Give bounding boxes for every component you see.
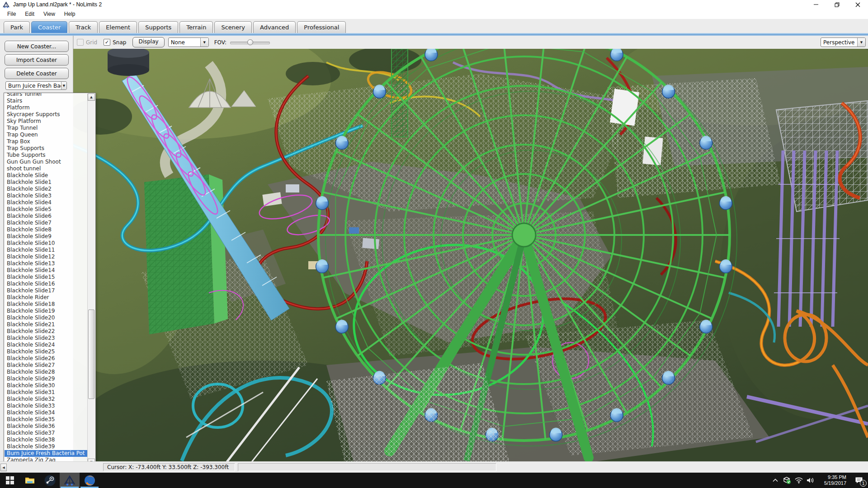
list-item[interactable]: Gun Gun Gun Shoot [5, 159, 87, 165]
list-item[interactable]: Trap Supports [5, 145, 87, 152]
scroll-up-button[interactable]: ▲ [88, 94, 95, 101]
tray-sync-icon[interactable] [781, 473, 793, 488]
list-item[interactable]: Stairs Tunnel [5, 93, 87, 98]
firefox-button[interactable] [80, 473, 99, 488]
tab-coaster[interactable]: Coaster [31, 21, 67, 33]
list-item[interactable]: Blackhole Slide13 [5, 260, 87, 267]
list-item[interactable]: Trap Queen [5, 131, 87, 138]
list-item[interactable]: Blackhole Slide35 [5, 416, 87, 423]
list-item[interactable]: Blackhole Slide11 [5, 247, 87, 253]
list-item[interactable]: Blackhole Slide29 [5, 375, 87, 382]
nolimits2-taskbar-button[interactable] [60, 473, 80, 488]
list-item[interactable]: Blackhole Slide5 [5, 206, 87, 213]
start-button[interactable] [0, 473, 20, 488]
list-item[interactable]: Burn Juice Fresh Bacteria Pot [5, 450, 87, 457]
list-item[interactable]: Blackhole Slide7 [5, 220, 87, 226]
tab-scenery[interactable]: Scenery [214, 21, 252, 33]
snap-checkbox[interactable]: ✓ [104, 39, 110, 46]
list-item[interactable]: Blackhole Slide21 [5, 321, 87, 328]
tab-supports[interactable]: Supports [138, 21, 178, 33]
list-item[interactable]: Blackhole Slide17 [5, 287, 87, 294]
menu-edit[interactable]: Edit [20, 10, 39, 18]
list-item[interactable]: Blackhole Slide10 [5, 240, 87, 247]
grid-checkbox[interactable] [77, 39, 84, 46]
list-item[interactable]: Blackhole Slide27 [5, 362, 87, 369]
wifi-icon[interactable] [793, 473, 805, 488]
tab-terrain[interactable]: Terrain [179, 21, 213, 33]
scrollbar-thumb[interactable] [88, 310, 94, 399]
list-item[interactable]: Blackhole Slide6 [5, 213, 87, 220]
display-mode-select[interactable]: None ▼ [168, 38, 209, 47]
list-item[interactable]: Blackhole Slide36 [5, 423, 87, 430]
list-item[interactable]: shoot tunnel [5, 165, 87, 172]
list-item[interactable]: Blackhole Slide31 [5, 389, 87, 396]
list-item[interactable]: Trap Box [5, 138, 87, 145]
steam-button[interactable] [40, 473, 60, 488]
list-item[interactable]: Blackhole Slide22 [5, 328, 87, 335]
list-item[interactable]: Blackhole Slide39 [5, 443, 87, 450]
tab-strip: ParkCoasterTrackElementSupportsTerrainSc… [0, 19, 868, 33]
list-item[interactable]: Blackhole Slide28 [5, 369, 87, 375]
list-item[interactable]: Blackhole Slide [5, 172, 87, 179]
file-explorer-button[interactable] [20, 473, 40, 488]
menu-help[interactable]: Help [60, 10, 80, 18]
list-item[interactable]: Skycraper Supports [5, 111, 87, 118]
list-item[interactable]: Blackhole Slide38 [5, 436, 87, 443]
action-center-button[interactable]: 1 [850, 473, 868, 488]
list-item[interactable]: Trap Tunnel [5, 125, 87, 131]
list-item[interactable]: Blackhole Slide23 [5, 335, 87, 342]
fov-slider-thumb[interactable] [247, 39, 253, 45]
restore-button[interactable] [826, 0, 847, 9]
taskbar-clock[interactable]: 9:35 PM 5/19/2017 [818, 474, 846, 486]
title-bar[interactable]: Jamp Up Land.nl2park * - NoLimits 2 [0, 0, 868, 9]
tab-track[interactable]: Track [69, 21, 98, 33]
list-item[interactable]: Blackhole Slide34 [5, 409, 87, 416]
minimize-button[interactable] [806, 0, 826, 9]
list-item[interactable]: Blackhole Slide1 [5, 179, 87, 186]
list-item[interactable]: Blackhole Slide33 [5, 403, 87, 409]
tab-park[interactable]: Park [4, 21, 30, 33]
list-item[interactable]: Stairs [5, 98, 87, 104]
list-item[interactable]: Blackhole Slide4 [5, 199, 87, 206]
tab-element[interactable]: Element [99, 21, 137, 33]
list-item[interactable]: Blackhole Slide18 [5, 301, 87, 308]
list-item[interactable]: Blackhole Slide32 [5, 396, 87, 403]
delete-coaster-button[interactable]: Delete Coaster [5, 68, 69, 79]
list-item[interactable]: Blackhole Slide19 [5, 308, 87, 314]
list-item[interactable]: Blackhole Slide37 [5, 430, 87, 436]
tab-professional[interactable]: Professional [297, 21, 346, 33]
tray-chevron-icon[interactable] [769, 473, 781, 488]
display-button[interactable]: Display [132, 37, 164, 47]
new-coaster-button[interactable]: New Coaster... [5, 41, 69, 52]
list-item[interactable]: Sky Platform [5, 118, 87, 125]
list-item[interactable]: Blackhole Slide9 [5, 233, 87, 240]
list-item[interactable]: Blackhole Slide8 [5, 226, 87, 233]
list-item[interactable]: Tube Supports [5, 152, 87, 159]
volume-icon[interactable] [805, 473, 816, 488]
list-item[interactable]: Blackhole Slide20 [5, 314, 87, 321]
list-item[interactable]: Blackhole Slide12 [5, 253, 87, 260]
list-item[interactable]: Blackhole Slide16 [5, 281, 87, 287]
list-item[interactable]: Blackhole Slide30 [5, 382, 87, 389]
list-item[interactable]: Blackhole Slide2 [5, 186, 87, 192]
list-item[interactable]: Platform [5, 104, 87, 111]
menu-view[interactable]: View [39, 10, 60, 18]
fov-slider[interactable] [230, 39, 270, 45]
coaster-select[interactable]: Burn Juice Fresh Bacteria Pot ▼ [5, 81, 67, 90]
list-item[interactable]: Blackhole Rider [5, 294, 87, 301]
coaster-list-scrollbar[interactable]: ▲ ▼ [87, 94, 95, 466]
list-item[interactable]: Blackhole Slide24 [5, 342, 87, 348]
viewport-3d[interactable] [73, 49, 868, 462]
list-item[interactable]: Blackhole Slide3 [5, 192, 87, 199]
projection-select[interactable]: Perspective ▼ [821, 38, 866, 47]
tab-advanced[interactable]: Advanced [253, 21, 296, 33]
list-item[interactable]: Blackhole Slide26 [5, 355, 87, 362]
sidebar-scroll-left-button[interactable]: ◀ [0, 464, 7, 471]
list-item[interactable]: Blackhole Slide25 [5, 348, 87, 355]
list-item[interactable]: Blackhole Slide15 [5, 274, 87, 281]
menu-file[interactable]: File [3, 10, 20, 18]
list-item[interactable]: Blackhole Slide14 [5, 267, 87, 274]
import-coaster-button[interactable]: Import Coaster [5, 54, 69, 66]
app-icon [3, 1, 9, 8]
close-button[interactable] [847, 0, 868, 9]
